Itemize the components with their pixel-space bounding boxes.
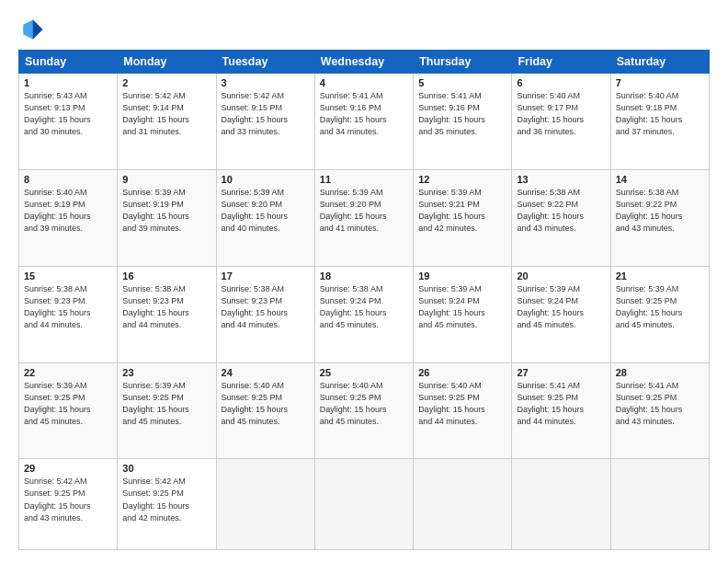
day-number: 1	[24, 77, 112, 88]
day-info: Sunrise: 5:38 AMSunset: 9:22 PMDaylight:…	[517, 187, 605, 235]
calendar-week-3: 15Sunrise: 5:38 AMSunset: 9:23 PMDayligh…	[19, 266, 710, 362]
day-info: Sunrise: 5:38 AMSunset: 9:23 PMDaylight:…	[122, 283, 210, 331]
calendar-week-2: 8Sunrise: 5:40 AMSunset: 9:19 PMDaylight…	[19, 169, 710, 266]
day-info: Sunrise: 5:42 AMSunset: 9:25 PMDaylight:…	[24, 476, 112, 523]
day-info: Sunrise: 5:39 AMSunset: 9:25 PMDaylight:…	[122, 380, 210, 428]
calendar-cell: 10Sunrise: 5:39 AMSunset: 9:20 PMDayligh…	[216, 169, 314, 266]
day-number: 30	[122, 463, 210, 474]
day-number: 23	[122, 367, 210, 378]
day-info: Sunrise: 5:38 AMSunset: 9:22 PMDaylight:…	[616, 187, 704, 235]
calendar-cell: 5Sunrise: 5:41 AMSunset: 9:16 PMDaylight…	[414, 74, 512, 170]
calendar-cell	[512, 459, 610, 550]
calendar: SundayMondayTuesdayWednesdayThursdayFrid…	[18, 50, 710, 550]
day-number: 29	[24, 463, 112, 474]
col-header-thursday: Thursday	[414, 51, 512, 74]
day-info: Sunrise: 5:38 AMSunset: 9:24 PMDaylight:…	[320, 283, 408, 331]
calendar-cell: 24Sunrise: 5:40 AMSunset: 9:25 PMDayligh…	[216, 362, 314, 459]
day-info: Sunrise: 5:42 AMSunset: 9:14 PMDaylight:…	[122, 90, 210, 138]
calendar-cell: 22Sunrise: 5:39 AMSunset: 9:25 PMDayligh…	[19, 362, 118, 459]
calendar-cell: 13Sunrise: 5:38 AMSunset: 9:22 PMDayligh…	[512, 169, 610, 266]
calendar-cell: 14Sunrise: 5:38 AMSunset: 9:22 PMDayligh…	[610, 169, 709, 266]
day-info: Sunrise: 5:40 AMSunset: 9:19 PMDaylight:…	[24, 187, 112, 235]
calendar-cell: 9Sunrise: 5:39 AMSunset: 9:19 PMDaylight…	[118, 169, 216, 266]
col-header-sunday: Sunday	[19, 51, 118, 74]
col-header-tuesday: Tuesday	[216, 51, 314, 74]
day-info: Sunrise: 5:40 AMSunset: 9:17 PMDaylight:…	[517, 90, 605, 138]
calendar-cell: 7Sunrise: 5:40 AMSunset: 9:18 PMDaylight…	[610, 74, 709, 170]
calendar-cell: 21Sunrise: 5:39 AMSunset: 9:25 PMDayligh…	[610, 266, 709, 362]
day-number: 5	[418, 77, 506, 88]
header	[18, 17, 710, 42]
day-number: 17	[222, 270, 310, 282]
day-number: 22	[24, 367, 112, 378]
day-number: 4	[320, 77, 408, 88]
day-number: 7	[616, 77, 704, 88]
calendar-cell: 1Sunrise: 5:43 AMSunset: 9:13 PMDaylight…	[19, 74, 118, 170]
calendar-week-4: 22Sunrise: 5:39 AMSunset: 9:25 PMDayligh…	[19, 362, 710, 459]
day-number: 21	[616, 270, 704, 282]
calendar-cell: 4Sunrise: 5:41 AMSunset: 9:16 PMDaylight…	[314, 74, 413, 170]
day-info: Sunrise: 5:40 AMSunset: 9:25 PMDaylight:…	[320, 380, 408, 428]
day-info: Sunrise: 5:39 AMSunset: 9:25 PMDaylight:…	[24, 380, 112, 428]
day-info: Sunrise: 5:39 AMSunset: 9:21 PMDaylight:…	[418, 187, 506, 235]
calendar-cell: 12Sunrise: 5:39 AMSunset: 9:21 PMDayligh…	[414, 169, 512, 266]
day-number: 9	[122, 174, 210, 185]
day-number: 3	[222, 77, 310, 88]
day-number: 14	[616, 174, 704, 185]
day-info: Sunrise: 5:40 AMSunset: 9:25 PMDaylight:…	[418, 380, 506, 428]
calendar-cell: 23Sunrise: 5:39 AMSunset: 9:25 PMDayligh…	[118, 362, 216, 459]
col-header-monday: Monday	[118, 51, 216, 74]
day-info: Sunrise: 5:39 AMSunset: 9:24 PMDaylight:…	[517, 283, 605, 331]
day-info: Sunrise: 5:39 AMSunset: 9:19 PMDaylight:…	[122, 187, 210, 235]
col-header-friday: Friday	[512, 51, 610, 74]
calendar-cell	[314, 459, 413, 550]
col-header-wednesday: Wednesday	[314, 51, 413, 74]
calendar-cell: 3Sunrise: 5:42 AMSunset: 9:15 PMDaylight…	[216, 74, 314, 170]
day-number: 24	[222, 367, 310, 378]
day-number: 6	[517, 77, 605, 88]
calendar-cell: 25Sunrise: 5:40 AMSunset: 9:25 PMDayligh…	[314, 362, 413, 459]
day-info: Sunrise: 5:39 AMSunset: 9:20 PMDaylight:…	[320, 187, 408, 235]
calendar-cell: 29Sunrise: 5:42 AMSunset: 9:25 PMDayligh…	[19, 459, 118, 550]
day-number: 12	[418, 174, 506, 185]
logo-icon	[18, 17, 44, 42]
calendar-week-5: 29Sunrise: 5:42 AMSunset: 9:25 PMDayligh…	[19, 459, 710, 550]
day-info: Sunrise: 5:39 AMSunset: 9:24 PMDaylight:…	[418, 283, 506, 331]
day-number: 27	[517, 367, 605, 378]
day-number: 26	[418, 367, 506, 378]
calendar-cell: 28Sunrise: 5:41 AMSunset: 9:25 PMDayligh…	[610, 362, 709, 459]
day-info: Sunrise: 5:41 AMSunset: 9:16 PMDaylight:…	[418, 90, 506, 138]
col-header-saturday: Saturday	[610, 51, 709, 74]
day-number: 13	[517, 174, 605, 185]
calendar-cell: 2Sunrise: 5:42 AMSunset: 9:14 PMDaylight…	[118, 74, 216, 170]
day-info: Sunrise: 5:41 AMSunset: 9:25 PMDaylight:…	[616, 380, 704, 428]
day-info: Sunrise: 5:39 AMSunset: 9:25 PMDaylight:…	[616, 283, 704, 331]
calendar-cell: 17Sunrise: 5:38 AMSunset: 9:23 PMDayligh…	[216, 266, 314, 362]
day-number: 2	[122, 77, 210, 88]
day-info: Sunrise: 5:42 AMSunset: 9:15 PMDaylight:…	[222, 90, 310, 138]
calendar-cell: 11Sunrise: 5:39 AMSunset: 9:20 PMDayligh…	[314, 169, 413, 266]
day-number: 18	[320, 270, 408, 282]
calendar-cell: 18Sunrise: 5:38 AMSunset: 9:24 PMDayligh…	[314, 266, 413, 362]
calendar-cell	[610, 459, 709, 550]
day-info: Sunrise: 5:41 AMSunset: 9:25 PMDaylight:…	[517, 380, 605, 428]
day-number: 28	[616, 367, 704, 378]
day-number: 8	[24, 174, 112, 185]
calendar-week-1: 1Sunrise: 5:43 AMSunset: 9:13 PMDaylight…	[19, 74, 710, 170]
calendar-cell: 15Sunrise: 5:38 AMSunset: 9:23 PMDayligh…	[19, 266, 118, 362]
day-info: Sunrise: 5:43 AMSunset: 9:13 PMDaylight:…	[24, 90, 112, 138]
calendar-cell: 30Sunrise: 5:42 AMSunset: 9:25 PMDayligh…	[118, 459, 216, 550]
day-info: Sunrise: 5:38 AMSunset: 9:23 PMDaylight:…	[222, 283, 310, 331]
calendar-cell: 6Sunrise: 5:40 AMSunset: 9:17 PMDaylight…	[512, 74, 610, 170]
day-number: 20	[517, 270, 605, 282]
day-number: 11	[320, 174, 408, 185]
calendar-cell: 26Sunrise: 5:40 AMSunset: 9:25 PMDayligh…	[414, 362, 512, 459]
calendar-cell: 27Sunrise: 5:41 AMSunset: 9:25 PMDayligh…	[512, 362, 610, 459]
calendar-cell	[216, 459, 314, 550]
day-info: Sunrise: 5:40 AMSunset: 9:18 PMDaylight:…	[616, 90, 704, 138]
calendar-cell	[414, 459, 512, 550]
page: SundayMondayTuesdayWednesdayThursdayFrid…	[0, 0, 728, 563]
day-info: Sunrise: 5:39 AMSunset: 9:20 PMDaylight:…	[222, 187, 310, 235]
day-number: 10	[222, 174, 310, 185]
calendar-cell: 16Sunrise: 5:38 AMSunset: 9:23 PMDayligh…	[118, 266, 216, 362]
